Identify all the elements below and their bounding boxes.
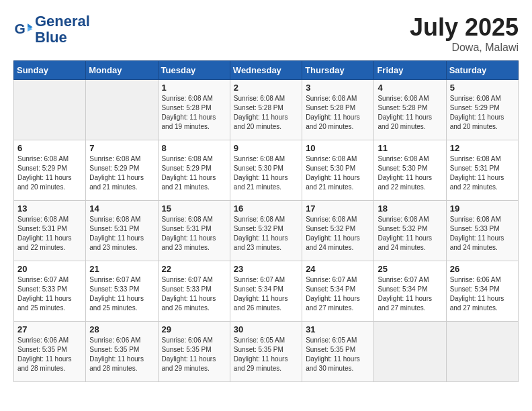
day-number: 14 — [89, 203, 154, 214]
day-info: Sunrise: 6:08 AM Sunset: 5:30 PM Dayligh… — [378, 154, 442, 192]
weekday-header-thursday: Thursday — [302, 61, 374, 80]
calendar-cell: 17Sunrise: 6:08 AM Sunset: 5:32 PM Dayli… — [302, 201, 374, 261]
calendar-cell: 13Sunrise: 6:08 AM Sunset: 5:31 PM Dayli… — [14, 201, 86, 261]
calendar-cell: 26Sunrise: 6:06 AM Sunset: 5:34 PM Dayli… — [446, 261, 518, 322]
calendar-cell: 1Sunrise: 6:08 AM Sunset: 5:28 PM Daylig… — [158, 80, 230, 140]
day-number: 23 — [234, 264, 298, 274]
calendar-cell: 20Sunrise: 6:07 AM Sunset: 5:33 PM Dayli… — [14, 261, 86, 322]
day-number: 3 — [306, 83, 370, 93]
svg-text:G: G — [15, 21, 26, 36]
day-info: Sunrise: 6:07 AM Sunset: 5:34 PM Dayligh… — [234, 275, 298, 313]
day-number: 30 — [234, 324, 298, 334]
calendar-cell: 31Sunrise: 6:05 AM Sunset: 5:35 PM Dayli… — [302, 322, 374, 382]
day-number: 15 — [162, 203, 226, 214]
weekday-header-saturday: Saturday — [446, 61, 518, 80]
day-info: Sunrise: 6:08 AM Sunset: 5:32 PM Dayligh… — [234, 215, 298, 253]
day-number: 9 — [234, 143, 298, 153]
calendar-cell: 25Sunrise: 6:07 AM Sunset: 5:34 PM Dayli… — [374, 261, 446, 322]
calendar-cell: 18Sunrise: 6:08 AM Sunset: 5:32 PM Dayli… — [374, 201, 446, 261]
day-info: Sunrise: 6:08 AM Sunset: 5:29 PM Dayligh… — [17, 154, 82, 192]
day-number: 21 — [89, 264, 154, 274]
weekday-header-monday: Monday — [86, 61, 158, 80]
day-info: Sunrise: 6:08 AM Sunset: 5:33 PM Dayligh… — [450, 215, 515, 253]
day-info: Sunrise: 6:06 AM Sunset: 5:35 PM Dayligh… — [162, 336, 226, 373]
day-number: 1 — [162, 83, 226, 93]
day-info: Sunrise: 6:08 AM Sunset: 5:30 PM Dayligh… — [306, 154, 370, 192]
logo-icon: G — [13, 19, 34, 40]
calendar-cell: 23Sunrise: 6:07 AM Sunset: 5:34 PM Dayli… — [230, 261, 302, 322]
day-info: Sunrise: 6:08 AM Sunset: 5:28 PM Dayligh… — [378, 94, 442, 132]
calendar-cell: 2Sunrise: 6:08 AM Sunset: 5:28 PM Daylig… — [230, 80, 302, 140]
day-info: Sunrise: 6:08 AM Sunset: 5:31 PM Dayligh… — [17, 215, 82, 253]
day-number: 24 — [306, 264, 370, 274]
calendar-week-5: 27Sunrise: 6:06 AM Sunset: 5:35 PM Dayli… — [14, 322, 519, 382]
calendar-cell: 8Sunrise: 6:08 AM Sunset: 5:29 PM Daylig… — [158, 140, 230, 201]
logo-text-line1: General — [35, 13, 90, 30]
calendar-week-1: 1Sunrise: 6:08 AM Sunset: 5:28 PM Daylig… — [14, 80, 519, 140]
day-info: Sunrise: 6:08 AM Sunset: 5:28 PM Dayligh… — [234, 94, 298, 132]
day-number: 4 — [378, 83, 442, 93]
day-info: Sunrise: 6:08 AM Sunset: 5:31 PM Dayligh… — [162, 215, 226, 253]
calendar-cell: 16Sunrise: 6:08 AM Sunset: 5:32 PM Dayli… — [230, 201, 302, 261]
calendar-cell: 22Sunrise: 6:07 AM Sunset: 5:33 PM Dayli… — [158, 261, 230, 322]
calendar-cell — [14, 80, 86, 140]
month-title: July 2025 — [410, 13, 519, 42]
calendar-cell: 12Sunrise: 6:08 AM Sunset: 5:31 PM Dayli… — [446, 140, 518, 201]
day-info: Sunrise: 6:07 AM Sunset: 5:33 PM Dayligh… — [162, 275, 226, 313]
calendar-cell: 24Sunrise: 6:07 AM Sunset: 5:34 PM Dayli… — [302, 261, 374, 322]
day-info: Sunrise: 6:07 AM Sunset: 5:34 PM Dayligh… — [378, 275, 442, 313]
logo-text-line2: Blue — [35, 30, 90, 46]
weekday-header-wednesday: Wednesday — [230, 61, 302, 80]
calendar-cell: 14Sunrise: 6:08 AM Sunset: 5:31 PM Dayli… — [86, 201, 158, 261]
day-number: 7 — [89, 143, 154, 153]
calendar-cell: 29Sunrise: 6:06 AM Sunset: 5:35 PM Dayli… — [158, 322, 230, 382]
day-info: Sunrise: 6:08 AM Sunset: 5:28 PM Dayligh… — [162, 94, 226, 132]
day-number: 5 — [450, 83, 515, 93]
calendar-cell — [446, 322, 518, 382]
day-number: 28 — [89, 324, 154, 334]
weekday-header-row: SundayMondayTuesdayWednesdayThursdayFrid… — [14, 61, 519, 80]
calendar-cell: 6Sunrise: 6:08 AM Sunset: 5:29 PM Daylig… — [14, 140, 86, 201]
day-info: Sunrise: 6:08 AM Sunset: 5:31 PM Dayligh… — [89, 215, 154, 253]
day-info: Sunrise: 6:05 AM Sunset: 5:35 PM Dayligh… — [234, 336, 298, 373]
calendar-cell: 19Sunrise: 6:08 AM Sunset: 5:33 PM Dayli… — [446, 201, 518, 261]
day-number: 11 — [378, 143, 442, 153]
calendar-cell: 10Sunrise: 6:08 AM Sunset: 5:30 PM Dayli… — [302, 140, 374, 201]
day-number: 17 — [306, 203, 370, 214]
day-info: Sunrise: 6:08 AM Sunset: 5:29 PM Dayligh… — [89, 154, 154, 192]
day-number: 13 — [17, 203, 82, 214]
day-info: Sunrise: 6:08 AM Sunset: 5:32 PM Dayligh… — [378, 215, 442, 253]
day-number: 16 — [234, 203, 298, 214]
day-info: Sunrise: 6:07 AM Sunset: 5:33 PM Dayligh… — [89, 275, 154, 313]
calendar-cell: 27Sunrise: 6:06 AM Sunset: 5:35 PM Dayli… — [14, 322, 86, 382]
day-info: Sunrise: 6:06 AM Sunset: 5:34 PM Dayligh… — [450, 275, 515, 313]
title-block: July 2025 Dowa, Malawi — [410, 13, 519, 54]
day-info: Sunrise: 6:08 AM Sunset: 5:28 PM Dayligh… — [306, 94, 370, 132]
day-number: 8 — [162, 143, 226, 153]
day-info: Sunrise: 6:06 AM Sunset: 5:35 PM Dayligh… — [17, 336, 82, 373]
day-number: 20 — [17, 264, 82, 274]
calendar-cell: 7Sunrise: 6:08 AM Sunset: 5:29 PM Daylig… — [86, 140, 158, 201]
day-number: 25 — [378, 264, 442, 274]
calendar-table: SundayMondayTuesdayWednesdayThursdayFrid… — [13, 60, 519, 382]
logo: G General Blue — [13, 13, 90, 46]
calendar-cell: 9Sunrise: 6:08 AM Sunset: 5:30 PM Daylig… — [230, 140, 302, 201]
day-info: Sunrise: 6:05 AM Sunset: 5:35 PM Dayligh… — [306, 336, 370, 373]
day-info: Sunrise: 6:08 AM Sunset: 5:29 PM Dayligh… — [450, 94, 515, 132]
calendar-cell: 11Sunrise: 6:08 AM Sunset: 5:30 PM Dayli… — [374, 140, 446, 201]
day-number: 22 — [162, 264, 226, 274]
day-number: 6 — [17, 143, 82, 153]
calendar-week-4: 20Sunrise: 6:07 AM Sunset: 5:33 PM Dayli… — [14, 261, 519, 322]
calendar-cell: 30Sunrise: 6:05 AM Sunset: 5:35 PM Dayli… — [230, 322, 302, 382]
calendar-week-3: 13Sunrise: 6:08 AM Sunset: 5:31 PM Dayli… — [14, 201, 519, 261]
calendar-cell: 3Sunrise: 6:08 AM Sunset: 5:28 PM Daylig… — [302, 80, 374, 140]
calendar-cell: 28Sunrise: 6:06 AM Sunset: 5:35 PM Dayli… — [86, 322, 158, 382]
calendar-cell — [86, 80, 158, 140]
day-number: 29 — [162, 324, 226, 334]
calendar-cell: 5Sunrise: 6:08 AM Sunset: 5:29 PM Daylig… — [446, 80, 518, 140]
day-info: Sunrise: 6:08 AM Sunset: 5:29 PM Dayligh… — [162, 154, 226, 192]
location: Dowa, Malawi — [410, 42, 519, 54]
day-number: 2 — [234, 83, 298, 93]
day-number: 12 — [450, 143, 515, 153]
day-number: 19 — [450, 203, 515, 214]
